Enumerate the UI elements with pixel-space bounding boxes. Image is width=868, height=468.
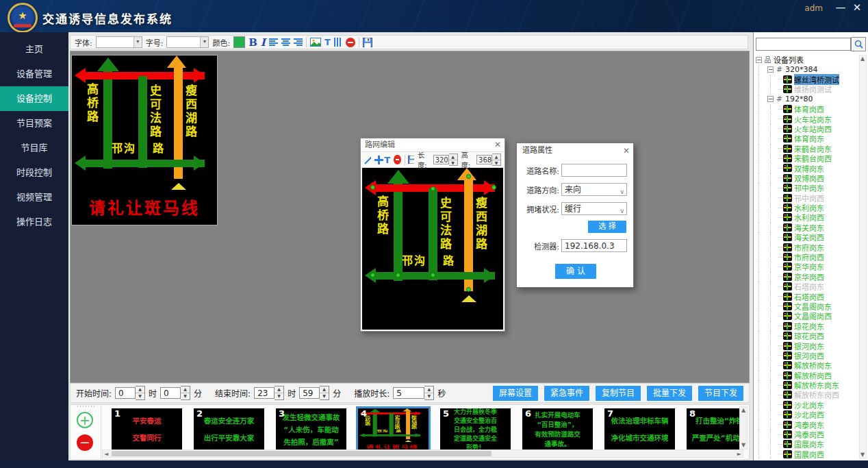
tree-root[interactable]: −品设备列表 (755, 55, 858, 64)
playlist-thumb-7[interactable]: 7依法治理非标车辆净化城市交通环境 (604, 408, 675, 449)
end-hour-spinner[interactable]: 23 ▲▼ (254, 386, 284, 400)
playlist-thumb-3[interactable]: 3发生轻微交通事故“人未伤，车能动先拍照，后撤离” (276, 408, 346, 449)
tree-device-item[interactable]: 京华岗西 (755, 272, 858, 282)
save-icon[interactable] (363, 38, 372, 47)
sidebar-item-program-lib[interactable]: 节目库 (0, 136, 68, 160)
tree-device-item[interactable]: 维扬岗测试 (755, 84, 858, 94)
device-search-input[interactable] (756, 38, 851, 51)
tree-device-item[interactable]: 体育岗西 (755, 104, 858, 114)
tree-device-item[interactable]: 解放桥东岗西 (755, 390, 858, 399)
playlist-thumb-1[interactable]: 1平安春运交警同行 (112, 408, 182, 449)
tree-device-item[interactable]: 双博岗东 (755, 163, 858, 173)
end-hour-spin-buttons[interactable]: ▲▼ (275, 386, 284, 400)
sidebar-item-home[interactable]: 主页 (0, 37, 68, 62)
playlist-thumb-5[interactable]: 5大力开展秋冬季交通安全整治百日会战，全力稳定道路交通安全形势！ (440, 408, 511, 449)
tree-device-item[interactable]: 琼花岗东 (755, 321, 858, 331)
sign-preview-panel[interactable]: 高桥路史可法路瘦西湖路邗沟路请礼让斑马线 (71, 55, 218, 225)
tree-device-item[interactable]: 京华岗东 (755, 262, 858, 271)
congestion-select[interactable]: 缓行 (561, 202, 627, 215)
tree-group[interactable]: −#320*384 (755, 64, 858, 74)
playlist-thumb-6[interactable]: 6扎实开展电动车“百日整治”，有效预防道路交通事故。 (522, 408, 593, 449)
tree-scroll-up-icon[interactable]: ▲ (860, 56, 865, 62)
editor-window-titlebar[interactable]: 路网编辑 ✕ (361, 138, 505, 152)
road-direction-select[interactable]: 来向 (561, 183, 627, 196)
align-left-icon[interactable] (269, 38, 278, 46)
scroll-up-icon[interactable]: ▲ (741, 407, 745, 414)
copy-program-button[interactable]: 复制节目 (596, 386, 641, 401)
tree-group[interactable]: −#192*80 (755, 95, 858, 104)
bold-button[interactable]: B (248, 36, 257, 49)
tree-device-item[interactable]: 石塔岗东 (755, 282, 858, 291)
tree-device-item[interactable]: 解放桥岗西 (755, 371, 858, 380)
tree-device-item[interactable]: 国展岗西 (755, 449, 858, 459)
draw-line-icon[interactable] (364, 156, 371, 164)
end-min-spin-buttons[interactable]: ▲▼ (320, 386, 329, 400)
tree-device-item[interactable]: 市府岗东 (755, 242, 858, 251)
sidebar-item-video-manage[interactable]: 视频管理 (0, 185, 68, 210)
tree-device-item[interactable]: 螺丝湾桥测试 (755, 75, 858, 84)
editor-close-icon[interactable]: ✕ (494, 138, 501, 151)
tree-device-item[interactable]: 市府岗西 (755, 252, 858, 262)
tree-device-item[interactable]: 银河岗东 (755, 341, 858, 350)
start-min-spin-buttons[interactable]: ▲▼ (181, 386, 190, 400)
scroll-right-icon[interactable]: ► (737, 451, 741, 458)
align-right-icon[interactable] (294, 38, 303, 46)
spacing-tool-icon[interactable] (334, 38, 342, 47)
scroll-down-icon[interactable]: ▼ (741, 442, 745, 449)
start-hour-spinner[interactable]: 0 ▲▼ (115, 386, 145, 400)
tree-device-item[interactable]: 石塔岗西 (755, 291, 858, 301)
length-spinner[interactable]: 320 ▲▼ (433, 153, 458, 166)
start-hour-spin-buttons[interactable]: ▲▼ (136, 386, 145, 400)
playlist-hscrollbar[interactable]: ◄ ► (102, 449, 743, 458)
tree-device-item[interactable]: 水利岗东 (755, 203, 858, 212)
tree-expander-icon[interactable]: − (767, 66, 774, 73)
tree-device-item[interactable]: 火车站岗西 (755, 124, 858, 134)
tree-device-item[interactable]: 邗中岗西 (755, 193, 858, 202)
height-spinner[interactable]: 368 ▲▼ (476, 153, 501, 166)
end-hour-value[interactable]: 23 (254, 387, 275, 399)
tree-device-item[interactable]: 体育岗东 (755, 134, 858, 143)
road-property-dialog[interactable]: 道路属性 ✕ 道路名称: 道路方向: 来向 拥堵状况: 缓行 选 择 检测器: (516, 143, 634, 288)
tree-device-item[interactable]: 沙北岗东 (755, 400, 858, 410)
duration-spinner[interactable]: 5 ▲▼ (393, 386, 434, 400)
batch-send-button[interactable]: 批量下发 (647, 386, 692, 401)
italic-button[interactable]: I (261, 36, 266, 49)
crosshair-tool-icon[interactable] (374, 156, 381, 164)
select-detector-button[interactable]: 选 择 (588, 221, 626, 233)
start-min-spinner[interactable]: 0 ▲▼ (160, 386, 190, 400)
device-search-button[interactable] (851, 37, 866, 51)
height-value[interactable]: 368 (476, 155, 492, 164)
tree-device-item[interactable]: 沙北岗西 (755, 410, 858, 419)
tree-device-item[interactable]: 来鹤台岗东 (755, 144, 858, 153)
end-min-spinner[interactable]: 59 ▲▼ (299, 386, 329, 400)
minimize-button[interactable]: — (834, 1, 847, 14)
roadnet-editor-window[interactable]: 路网编辑 ✕ T 长 (360, 138, 505, 332)
font-size-select[interactable] (166, 36, 209, 48)
tree-device-item[interactable]: 解放桥岗东 (755, 360, 858, 370)
add-program-button[interactable]: + (77, 412, 93, 428)
tree-scroll-down-icon[interactable]: ▼ (860, 452, 865, 458)
playlist-vscrollbar[interactable]: ▲ ▼ (739, 406, 748, 449)
sidebar-item-device-control[interactable]: 设备控制 (0, 86, 68, 111)
close-button[interactable]: ✕ (850, 1, 864, 14)
align-center-icon[interactable] (281, 38, 290, 46)
tree-device-item[interactable]: 海关岗东 (755, 223, 858, 232)
playlist-thumb-4[interactable]: 4高桥路史可法路瘦西湖路邗沟路请礼让斑马线 (358, 408, 429, 449)
tree-device-item[interactable]: 来鹤台岗西 (755, 153, 858, 163)
dialog-close-icon[interactable]: ✕ (623, 143, 630, 158)
user-name[interactable]: adm (804, 3, 823, 13)
scroll-left-icon[interactable]: ◄ (104, 451, 108, 458)
tree-device-item[interactable]: 琼花岗西 (755, 331, 858, 341)
start-hour-value[interactable]: 0 (115, 387, 136, 399)
tree-device-item[interactable]: 文昌阁岗西 (755, 311, 858, 321)
image-icon[interactable] (310, 38, 321, 47)
color-swatch[interactable] (233, 36, 245, 48)
tree-device-item[interactable]: 鸿泰岗西 (755, 430, 858, 439)
tree-device-item[interactable]: 文昌阁岗东 (755, 301, 858, 311)
tree-device-item[interactable]: 鸿泰岗东 (755, 419, 858, 429)
detector-input[interactable]: 192.168.0.3 (561, 239, 627, 252)
tree-vscrollbar[interactable]: ▲ ▼ (859, 55, 867, 459)
playlist-thumb-8[interactable]: 8打击整治“炸街”严查严处“机动车” (687, 408, 743, 449)
length-value[interactable]: 320 (433, 155, 449, 164)
editor-delete-icon[interactable] (394, 155, 400, 164)
